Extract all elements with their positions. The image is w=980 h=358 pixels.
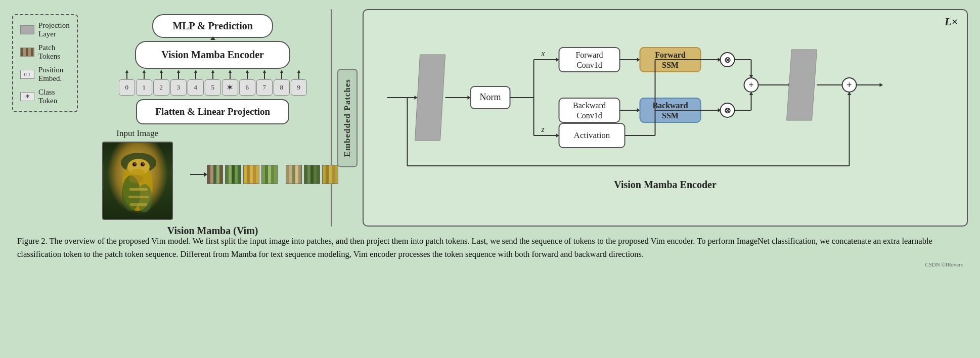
- svg-marker-37: [415, 96, 418, 100]
- patch-num-6: 6: [239, 79, 255, 96]
- snake-image: [102, 142, 173, 220]
- arrow-8: [273, 70, 290, 79]
- patch-num-8: 8: [274, 79, 290, 96]
- patch-num-row: 0 1 2 3 4 5 ✶ 6 7 8 9: [118, 79, 307, 96]
- svg-text:+: +: [748, 80, 753, 90]
- svg-text:Norm: Norm: [480, 92, 501, 102]
- svg-text:⊗: ⊗: [724, 56, 731, 64]
- svg-marker-7: [177, 70, 180, 73]
- flatten-box: Flatten & Linear Projection: [136, 99, 289, 124]
- left-panel: Projection Layer Patch Tokens 0 1 Positi…: [12, 9, 326, 227]
- patch-num-4: 4: [188, 79, 204, 96]
- svg-rect-34: [128, 196, 149, 198]
- patch-num-3: 3: [170, 79, 187, 96]
- arrow-6: [239, 70, 256, 79]
- caption-section: Figure 2. The overview of the proposed V…: [12, 235, 968, 267]
- position-embed-label: Position Embed.: [38, 66, 70, 83]
- patch-tokens-swatch: [20, 48, 34, 57]
- input-patches-row: Input Image: [87, 128, 339, 220]
- svg-text:Forward: Forward: [575, 51, 603, 59]
- svg-text:z: z: [541, 125, 545, 133]
- patch-img-1: [225, 165, 241, 184]
- vim-diagram: MLP & Prediction Vision Mamba Encoder: [87, 9, 339, 227]
- svg-rect-33: [129, 188, 148, 191]
- svg-marker-15: [246, 70, 249, 73]
- arrow-7: [256, 70, 273, 79]
- legend-class-token: ✶ Class Token: [20, 88, 70, 105]
- patch-img-0: [207, 165, 223, 184]
- patch-img-5: [304, 165, 320, 184]
- svg-text:+: +: [847, 80, 852, 90]
- encoder-inner: Norm x z: [376, 19, 955, 176]
- arrow-0: [118, 70, 136, 79]
- arrow-4: [187, 70, 204, 79]
- patch-num-0: 0: [119, 79, 135, 96]
- watermark: CSDN ©IRevers: [17, 261, 963, 267]
- legend-patch-tokens: Patch Tokens: [20, 43, 70, 61]
- svg-marker-100: [848, 92, 852, 95]
- svg-marker-9: [194, 70, 197, 73]
- patch-tokens-label: Patch Tokens: [38, 43, 70, 61]
- svg-text:SSM: SSM: [662, 61, 679, 69]
- svg-marker-85: [749, 75, 753, 78]
- arrow-9: [290, 70, 307, 79]
- svg-marker-17: [263, 70, 266, 73]
- vim-title: Vision Mamba (Vim): [167, 225, 258, 237]
- patch-img-2: [243, 165, 259, 184]
- svg-text:SSM: SSM: [662, 111, 679, 120]
- patch-img-3: [261, 165, 278, 184]
- input-label: Input Image: [116, 128, 158, 139]
- arrow-3: [170, 70, 187, 79]
- svg-marker-91: [787, 50, 817, 120]
- svg-text:Conv1d: Conv1d: [576, 61, 602, 69]
- svg-marker-5: [160, 70, 163, 73]
- patch-group-2: [285, 165, 339, 184]
- input-to-patches-arrow: [190, 165, 204, 184]
- right-panel: L× Norm: [363, 9, 968, 227]
- class-token-label: Class Token: [38, 88, 70, 105]
- arrow-5: [204, 70, 221, 79]
- arrow-1: [136, 70, 153, 79]
- main-container: Projection Layer Patch Tokens 0 1 Positi…: [0, 0, 980, 358]
- svg-text:Activation: Activation: [574, 130, 610, 140]
- patch-num-5: 5: [205, 79, 221, 96]
- projection-layer-swatch: [20, 25, 34, 34]
- input-area: Input Image: [87, 128, 188, 220]
- top-section: Projection Layer Patch Tokens 0 1 Positi…: [12, 9, 968, 227]
- encoder-box: L× Norm: [363, 9, 968, 227]
- svg-marker-38: [415, 55, 446, 141]
- svg-text:⊗: ⊗: [724, 106, 731, 115]
- patch-num-9: 9: [291, 79, 307, 96]
- svg-marker-3: [143, 70, 146, 73]
- svg-marker-11: [211, 70, 214, 73]
- svg-point-32: [129, 175, 143, 183]
- encoder-svg: Norm x z: [376, 19, 955, 176]
- patch-img-6: [322, 165, 338, 184]
- embedded-patches-label: Embedded Patches: [337, 69, 358, 167]
- svg-marker-19: [280, 70, 283, 73]
- mlp-box: MLP & Prediction: [152, 14, 273, 38]
- arrow-2: [153, 70, 170, 79]
- arrows-row: [118, 70, 307, 79]
- svg-text:x: x: [541, 49, 545, 58]
- caption-text: Figure 2. The overview of the proposed V…: [17, 235, 963, 260]
- svg-point-29: [134, 163, 136, 165]
- svg-text:Conv1d: Conv1d: [576, 111, 602, 120]
- svg-marker-96: [880, 83, 883, 87]
- patch-img-4: [286, 165, 302, 184]
- svg-text:Backward: Backward: [652, 101, 688, 110]
- arrow-star: [221, 70, 239, 79]
- svg-rect-35: [130, 203, 147, 206]
- encoder-title: Vision Mamba Encoder: [376, 179, 955, 191]
- patch-group-1: [206, 165, 278, 184]
- patch-tokens-display: [206, 165, 339, 184]
- patch-num-1: 1: [136, 79, 152, 96]
- svg-text:Backward: Backward: [573, 101, 606, 110]
- horiz-arrow-line: [190, 174, 204, 175]
- svg-marker-13: [229, 70, 232, 73]
- patch-num-2: 2: [153, 79, 169, 96]
- legend-position-embed: 0 1 Position Embed.: [20, 66, 70, 83]
- svg-marker-1: [125, 70, 128, 73]
- svg-marker-88: [749, 92, 753, 95]
- class-token-swatch: ✶: [20, 92, 34, 101]
